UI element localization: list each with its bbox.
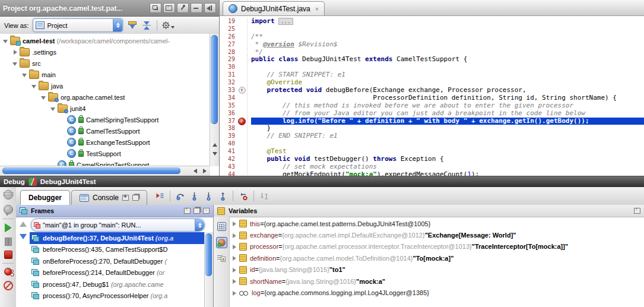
gutter[interactable] — [237, 148, 248, 156]
code-text[interactable]: public class DebugJUnit4Test extends Cam… — [251, 56, 644, 64]
hide-frames-icon[interactable] — [203, 208, 210, 214]
tree-expander-icon[interactable] — [21, 72, 27, 78]
line-number[interactable]: 28 — [220, 49, 237, 56]
popup-frames-icon[interactable] — [184, 208, 191, 214]
line-number[interactable]: 33 — [220, 87, 237, 94]
tree-row[interactable]: ExchangeTestSupport — [0, 137, 210, 148]
code-line[interactable]: 25 — [220, 26, 644, 33]
gutter[interactable] — [237, 102, 248, 110]
line-number[interactable]: 40 — [220, 140, 237, 148]
tab-console[interactable]: Console — [71, 190, 147, 205]
code-text[interactable]: /** — [251, 33, 644, 41]
tree-row[interactable]: camel-test (/workspace/camel/components/… — [0, 35, 210, 46]
tree-horizontal-scrollbar[interactable] — [0, 166, 210, 176]
tree-row[interactable]: main — [0, 69, 210, 80]
stop-icon[interactable] — [4, 251, 12, 259]
gutter[interactable] — [237, 132, 248, 140]
evaluate-expression-icon[interactable] — [215, 220, 228, 233]
expand-all-icon[interactable] — [127, 21, 138, 30]
editor-tab[interactable]: DebugJUnit4Test.java × — [223, 1, 325, 15]
line-number[interactable]: 26 — [220, 33, 237, 41]
expand-icon[interactable] — [231, 267, 237, 273]
gutter[interactable] — [237, 125, 248, 132]
show-execution-point-icon[interactable] — [156, 192, 164, 200]
code-text[interactable]: // set mock expectations — [251, 163, 644, 171]
variable-row[interactable]: exchange = {org.apache.camel.impl.Defaul… — [229, 229, 644, 240]
code-line[interactable]: 44 getMockEndpoint("mock:a").expectedMes… — [220, 171, 644, 176]
code-text[interactable]: log.info("Before " + definition + " with… — [251, 118, 644, 125]
select-stepper-icon[interactable] — [195, 219, 204, 232]
view-as-select[interactable]: Project — [33, 18, 123, 32]
line-number[interactable]: 32 — [220, 79, 237, 87]
hide-panel-icon[interactable] — [204, 3, 216, 13]
settings-gear-icon[interactable] — [161, 21, 175, 30]
run-to-cursor-icon[interactable] — [259, 192, 269, 201]
line-number[interactable]: 31 — [220, 71, 237, 79]
gutter[interactable] — [237, 56, 248, 64]
tree-expander-icon[interactable] — [40, 94, 46, 100]
select-stepper-icon[interactable] — [113, 19, 122, 31]
stack-frame-row[interactable]: onBeforeProcess():270, DefaultDebugger ( — [30, 255, 213, 267]
gutter[interactable] — [237, 163, 248, 171]
stack-frame-row[interactable]: process():47, Debug$1 (org.apache.came — [30, 278, 213, 290]
line-number[interactable]: 27 — [220, 41, 237, 49]
tree-row[interactable]: junit4 — [0, 103, 210, 114]
tree-expander-icon[interactable] — [12, 49, 18, 55]
debugger-muted-renderers-icon[interactable] — [216, 237, 227, 248]
code-text[interactable]: ProcessorDefinition definition, String i… — [251, 94, 644, 102]
gutter[interactable] — [237, 118, 248, 125]
tree-expander-icon[interactable] — [12, 61, 18, 67]
scroll-left-icon[interactable] — [191, 167, 199, 175]
code-line[interactable]: 37 log.info("Before " + definition + " w… — [220, 118, 644, 125]
gutter[interactable] — [237, 71, 248, 79]
expand-icon[interactable] — [231, 290, 237, 296]
line-number[interactable]: 36 — [220, 110, 237, 118]
variable-row[interactable]: id = {java.lang.String@1015} "to1" — [229, 264, 644, 276]
float-console-icon[interactable] — [132, 195, 139, 201]
line-number[interactable]: 43 — [220, 163, 237, 171]
variable-row[interactable]: definition = {org.apache.camel.model.ToD… — [229, 252, 644, 264]
pause-program-icon[interactable] — [4, 237, 12, 245]
stack-frame-row[interactable]: beforeProcess():214, DefaultDebugger (or — [30, 267, 213, 279]
code-text[interactable]: // this method is invoked before we are … — [251, 102, 644, 110]
code-line[interactable]: 27 * @version $Revision$ — [220, 41, 644, 49]
gutter[interactable] — [237, 94, 248, 102]
stack-frame-row[interactable]: debugBefore():37, DebugJUnit4Test (org.a — [30, 232, 213, 244]
tree-row[interactable]: java — [0, 80, 210, 91]
minimize-icon[interactable] — [191, 3, 202, 13]
gutter[interactable] — [237, 140, 248, 148]
previous-frame-icon[interactable] — [20, 221, 27, 227]
tree-row[interactable]: CamelTestSupport — [0, 125, 210, 137]
gutter[interactable] — [237, 18, 248, 26]
line-number[interactable]: 29 — [220, 56, 237, 64]
tree-row[interactable]: .settings — [0, 46, 210, 58]
tree-row[interactable]: src — [0, 58, 210, 69]
scrollbar-thumb[interactable] — [2, 167, 180, 174]
float-frames-icon[interactable] — [193, 208, 200, 214]
code-line[interactable]: 33 protected void debugBefore(Exchange e… — [220, 87, 644, 94]
stack-frame-row[interactable]: beforeProcess():435, CamelTestSupport$D — [30, 244, 213, 256]
line-number[interactable]: 30 — [220, 64, 237, 71]
gutter[interactable] — [237, 41, 248, 49]
gutter[interactable] — [237, 171, 248, 176]
expand-icon[interactable] — [231, 233, 237, 238]
force-step-into-icon[interactable]: ! — [204, 192, 213, 201]
expand-icon[interactable] — [231, 244, 237, 249]
code-line[interactable]: 40 — [220, 140, 644, 148]
line-number[interactable]: 39 — [220, 132, 237, 140]
code-text[interactable]: * @version $Revision$ — [251, 41, 644, 49]
code-line[interactable]: 39 // END SNIPPET: e1 — [220, 132, 644, 140]
gutter[interactable] — [237, 49, 248, 56]
variable-row[interactable]: this = {org.apache.camel.test.patterns.D… — [229, 218, 644, 229]
rerun-debug-icon[interactable] — [4, 190, 13, 200]
line-number[interactable]: 37 — [220, 118, 237, 125]
drop-frame-icon[interactable] — [239, 192, 248, 201]
override-marker-icon[interactable] — [239, 87, 246, 94]
code-line[interactable]: 42 public void testDebugger() throws Exc… — [220, 156, 644, 163]
code-line[interactable]: 29 public class DebugJUnit4Test extends … — [220, 56, 644, 64]
code-text[interactable]: // from your Java editor you can just ad… — [251, 110, 644, 118]
code-line[interactable]: 41 @Test — [220, 148, 644, 156]
step-out-icon[interactable] — [218, 192, 227, 201]
code-line[interactable]: 36 // from your Java editor you can just… — [220, 110, 644, 118]
thread-select[interactable]: "main"@1 in group "main": RUN... — [31, 219, 205, 232]
